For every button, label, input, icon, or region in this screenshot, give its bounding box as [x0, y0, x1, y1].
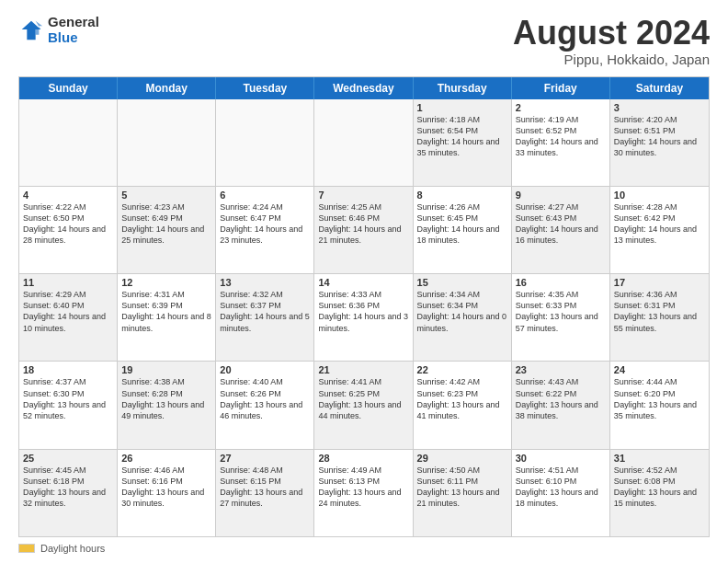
calendar-cell: 16Sunrise: 4:35 AM Sunset: 6:33 PM Dayli… [512, 274, 610, 361]
calendar-row-3: 11Sunrise: 4:29 AM Sunset: 6:40 PM Dayli… [19, 274, 709, 362]
day-number: 30 [516, 453, 606, 464]
calendar-cell: 21Sunrise: 4:41 AM Sunset: 6:25 PM Dayli… [314, 362, 413, 448]
calendar-row-4: 18Sunrise: 4:37 AM Sunset: 6:30 PM Dayli… [19, 362, 709, 449]
calendar-cell: 18Sunrise: 4:37 AM Sunset: 6:30 PM Dayli… [19, 362, 118, 448]
cell-text: Sunrise: 4:22 AM Sunset: 6:50 PM Dayligh… [23, 201, 113, 247]
cell-text: Sunrise: 4:19 AM Sunset: 6:52 PM Dayligh… [516, 114, 606, 159]
calendar-cell: 20Sunrise: 4:40 AM Sunset: 6:26 PM Dayli… [216, 362, 314, 448]
calendar-cell: 14Sunrise: 4:33 AM Sunset: 6:36 PM Dayli… [314, 274, 413, 361]
cell-text: Sunrise: 4:40 AM Sunset: 6:26 PM Dayligh… [220, 376, 310, 421]
cell-text: Sunrise: 4:42 AM Sunset: 6:23 PM Dayligh… [417, 376, 507, 421]
day-number: 6 [220, 190, 310, 201]
calendar-row-1: 1Sunrise: 4:18 AM Sunset: 6:54 PM Daylig… [19, 99, 709, 187]
calendar-cell: 9Sunrise: 4:27 AM Sunset: 6:43 PM Daylig… [512, 187, 610, 273]
cell-text: Sunrise: 4:51 AM Sunset: 6:10 PM Dayligh… [516, 465, 606, 510]
day-number: 2 [516, 102, 606, 113]
day-number: 21 [318, 364, 408, 375]
day-number: 23 [516, 364, 606, 375]
day-number: 27 [220, 453, 310, 464]
day-number: 28 [318, 453, 408, 464]
calendar-cell: 17Sunrise: 4:36 AM Sunset: 6:31 PM Dayli… [610, 274, 709, 361]
cell-text: Sunrise: 4:34 AM Sunset: 6:34 PM Dayligh… [417, 289, 507, 334]
logo-general: General [48, 14, 99, 29]
cell-text: Sunrise: 4:32 AM Sunset: 6:37 PM Dayligh… [220, 289, 310, 334]
day-number: 19 [121, 364, 211, 375]
calendar-cell: 26Sunrise: 4:46 AM Sunset: 6:16 PM Dayli… [118, 450, 216, 536]
cell-text: Sunrise: 4:36 AM Sunset: 6:31 PM Dayligh… [614, 289, 705, 334]
cell-text: Sunrise: 4:48 AM Sunset: 6:15 PM Dayligh… [220, 465, 310, 510]
calendar-cell: 2Sunrise: 4:19 AM Sunset: 6:52 PM Daylig… [512, 99, 610, 186]
day-header-thursday: Thursday [414, 77, 512, 99]
calendar-cell: 31Sunrise: 4:52 AM Sunset: 6:08 PM Dayli… [610, 450, 709, 536]
day-number: 9 [516, 190, 606, 201]
day-number: 20 [220, 364, 310, 375]
calendar-cell [314, 99, 413, 186]
day-number: 22 [417, 364, 507, 375]
day-number: 11 [23, 277, 113, 288]
calendar-cell: 29Sunrise: 4:50 AM Sunset: 6:11 PM Dayli… [414, 450, 512, 536]
calendar-cell: 28Sunrise: 4:49 AM Sunset: 6:13 PM Dayli… [314, 450, 413, 536]
day-number: 14 [318, 277, 408, 288]
cell-text: Sunrise: 4:29 AM Sunset: 6:40 PM Dayligh… [23, 289, 113, 334]
day-number: 17 [614, 277, 705, 288]
cell-text: Sunrise: 4:52 AM Sunset: 6:08 PM Dayligh… [614, 465, 705, 510]
calendar-cell: 1Sunrise: 4:18 AM Sunset: 6:54 PM Daylig… [414, 99, 512, 186]
calendar-cell: 12Sunrise: 4:31 AM Sunset: 6:39 PM Dayli… [118, 274, 216, 361]
cell-text: Sunrise: 4:35 AM Sunset: 6:33 PM Dayligh… [516, 289, 606, 334]
cell-text: Sunrise: 4:41 AM Sunset: 6:25 PM Dayligh… [318, 376, 408, 421]
day-header-tuesday: Tuesday [216, 77, 314, 99]
calendar-row-5: 25Sunrise: 4:45 AM Sunset: 6:18 PM Dayli… [19, 450, 709, 536]
header: General Blue August 2024 Pippu, Hokkaido… [18, 15, 710, 67]
calendar-cell: 3Sunrise: 4:20 AM Sunset: 6:51 PM Daylig… [610, 99, 709, 186]
cell-text: Sunrise: 4:31 AM Sunset: 6:39 PM Dayligh… [121, 289, 211, 334]
day-header-saturday: Saturday [610, 77, 709, 99]
calendar-header-row: SundayMondayTuesdayWednesdayThursdayFrid… [19, 77, 709, 99]
day-number: 24 [614, 364, 705, 375]
cell-text: Sunrise: 4:45 AM Sunset: 6:18 PM Dayligh… [23, 465, 113, 510]
cell-text: Sunrise: 4:37 AM Sunset: 6:30 PM Dayligh… [23, 376, 113, 421]
cell-text: Sunrise: 4:26 AM Sunset: 6:45 PM Dayligh… [417, 201, 507, 247]
calendar-cell: 30Sunrise: 4:51 AM Sunset: 6:10 PM Dayli… [512, 450, 610, 536]
day-header-sunday: Sunday [19, 77, 118, 99]
title-block: August 2024 Pippu, Hokkaido, Japan [513, 15, 710, 67]
day-header-monday: Monday [118, 77, 216, 99]
day-number: 13 [220, 277, 310, 288]
calendar-cell: 24Sunrise: 4:44 AM Sunset: 6:20 PM Dayli… [610, 362, 709, 448]
day-number: 31 [614, 453, 705, 464]
cell-text: Sunrise: 4:33 AM Sunset: 6:36 PM Dayligh… [318, 289, 408, 334]
day-header-wednesday: Wednesday [314, 77, 413, 99]
cell-text: Sunrise: 4:27 AM Sunset: 6:43 PM Dayligh… [516, 201, 606, 247]
cell-text: Sunrise: 4:24 AM Sunset: 6:47 PM Dayligh… [220, 201, 310, 247]
day-number: 12 [121, 277, 211, 288]
calendar-cell: 19Sunrise: 4:38 AM Sunset: 6:28 PM Dayli… [118, 362, 216, 448]
day-number: 8 [417, 190, 507, 201]
day-number: 5 [121, 190, 211, 201]
cell-text: Sunrise: 4:20 AM Sunset: 6:51 PM Dayligh… [614, 114, 705, 159]
cell-text: Sunrise: 4:28 AM Sunset: 6:42 PM Dayligh… [614, 201, 705, 247]
calendar-cell: 13Sunrise: 4:32 AM Sunset: 6:37 PM Dayli… [216, 274, 314, 361]
calendar-cell: 25Sunrise: 4:45 AM Sunset: 6:18 PM Dayli… [19, 450, 118, 536]
day-number: 10 [614, 190, 705, 201]
day-number: 26 [121, 453, 211, 464]
day-header-friday: Friday [512, 77, 610, 99]
cell-text: Sunrise: 4:23 AM Sunset: 6:49 PM Dayligh… [121, 201, 211, 247]
calendar-cell: 27Sunrise: 4:48 AM Sunset: 6:15 PM Dayli… [216, 450, 314, 536]
footer-note: Daylight hours [18, 543, 710, 554]
main-title: August 2024 [513, 15, 710, 52]
logo-blue: Blue [48, 29, 78, 45]
logo: General Blue [18, 15, 99, 45]
day-number: 15 [417, 277, 507, 288]
day-number: 4 [23, 190, 113, 201]
cell-text: Sunrise: 4:44 AM Sunset: 6:20 PM Dayligh… [614, 376, 705, 421]
subtitle: Pippu, Hokkaido, Japan [513, 52, 710, 67]
calendar-cell: 11Sunrise: 4:29 AM Sunset: 6:40 PM Dayli… [19, 274, 118, 361]
calendar-cell: 8Sunrise: 4:26 AM Sunset: 6:45 PM Daylig… [414, 187, 512, 273]
calendar-cell [19, 99, 118, 186]
cell-text: Sunrise: 4:49 AM Sunset: 6:13 PM Dayligh… [318, 465, 408, 510]
calendar-cell: 7Sunrise: 4:25 AM Sunset: 6:46 PM Daylig… [314, 187, 413, 273]
cell-text: Sunrise: 4:18 AM Sunset: 6:54 PM Dayligh… [417, 114, 507, 159]
day-number: 1 [417, 102, 507, 113]
page: General Blue August 2024 Pippu, Hokkaido… [0, 0, 728, 563]
day-number: 7 [318, 190, 408, 201]
calendar-row-2: 4Sunrise: 4:22 AM Sunset: 6:50 PM Daylig… [19, 187, 709, 274]
